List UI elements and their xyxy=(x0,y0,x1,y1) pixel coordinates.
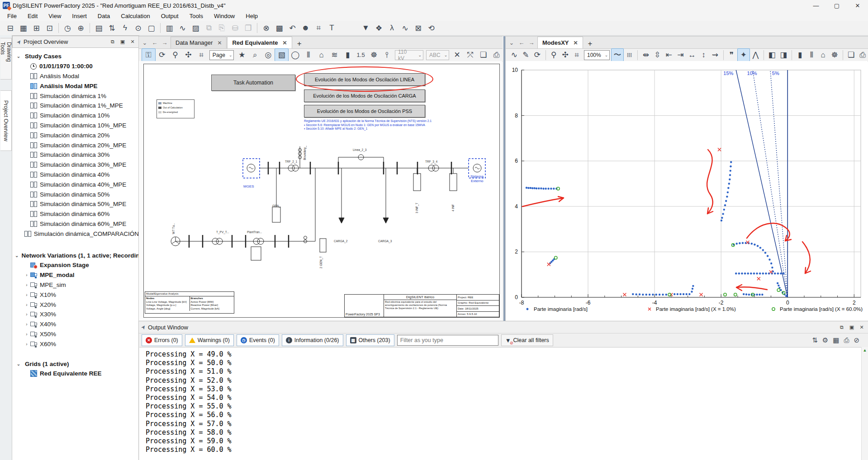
dark-mode-icon[interactable]: ▮ xyxy=(341,49,354,61)
phase-select[interactable]: ABC⌄ xyxy=(426,50,449,60)
export-graphic-icon[interactable]: ❏ xyxy=(845,49,857,61)
tree-item[interactable]: Simulación dinámica 30% xyxy=(15,150,139,160)
sort-icon[interactable]: ⇅ xyxy=(812,336,818,344)
tab-forward-icon[interactable]: → xyxy=(526,39,536,46)
page-select[interactable]: Page⌄ xyxy=(209,50,234,60)
modes-chart[interactable]: -8-6-4-202024681015%10%5%Parte imaginari… xyxy=(506,61,868,320)
lasso-icon[interactable]: ◯ xyxy=(289,49,302,61)
evo-pss-button[interactable]: Evolución de los Modos de Oscilación PSS xyxy=(304,105,425,117)
float-panel-icon[interactable]: ⧉ xyxy=(109,38,117,46)
zoom-all-icon[interactable]: ⌗ xyxy=(312,22,325,34)
voltage-select[interactable]: 110 kV⌄ xyxy=(395,50,423,60)
add-plot-icon[interactable]: ∿ xyxy=(508,49,520,61)
compress-h-icon[interactable]: ⇤ xyxy=(663,49,675,61)
tab-forward-icon[interactable]: → xyxy=(160,39,170,46)
filter-info-button[interactable]: iInformation (0/26) xyxy=(282,334,343,346)
dark-mode-icon[interactable]: ▮ xyxy=(794,49,806,61)
menu-data[interactable]: Data xyxy=(92,12,115,20)
reset-calculation-icon[interactable]: ⊗ xyxy=(260,22,273,34)
task-automation-button[interactable]: Task Automation xyxy=(211,75,295,91)
menu-window[interactable]: Window xyxy=(209,12,240,20)
column-left-icon[interactable]: ◧ xyxy=(766,49,778,61)
tree-item[interactable]: Simulación dinámica 50%_MPE xyxy=(15,199,139,209)
expand-icon[interactable]: › xyxy=(23,292,30,297)
recorder-icon[interactable]: ⧉ xyxy=(202,22,215,34)
compress-v-icon[interactable]: ⇥ xyxy=(675,49,687,61)
menu-insert[interactable]: Insert xyxy=(66,12,92,20)
tab-close-icon[interactable]: ✕ xyxy=(217,40,222,46)
tree-item[interactable]: Simulación dinámica 40% xyxy=(15,170,139,180)
output-log[interactable]: Processing X = 49.0 %Processing X = 50.0… xyxy=(139,347,868,460)
tree-item[interactable]: Expansion Stage xyxy=(15,260,139,270)
data-manager-icon[interactable]: ▦ xyxy=(17,22,30,34)
tree-item[interactable]: Análisis Modal MPE xyxy=(15,81,139,91)
column-right-icon[interactable]: ◨ xyxy=(778,49,790,61)
collapse-icon[interactable]: ⌄ xyxy=(15,54,22,59)
network-model-manager-icon[interactable]: ⊞ xyxy=(30,22,43,34)
filter-warning-button[interactable]: Warnings (0) xyxy=(185,334,234,346)
tree-item[interactable]: Simulación dinámica 1%_MPE xyxy=(15,101,139,111)
tree-item[interactable]: ›MPE_modal xyxy=(15,270,139,280)
output-window-icon[interactable]: ⊟ xyxy=(4,22,17,34)
tree-item[interactable]: ›X20% xyxy=(15,300,139,310)
script-icon[interactable]: ▢ xyxy=(145,22,158,34)
tree-item[interactable]: Simulación dinámica 10%_MPE xyxy=(15,121,139,131)
tree-item[interactable]: Simulación dinámica 20%_MPE xyxy=(15,140,139,150)
tree-item[interactable]: ›X10% xyxy=(15,290,139,300)
auto-scale-icon[interactable]: ⇝ xyxy=(709,49,721,61)
tree-item[interactable]: 01/01/1970 1:00:00 xyxy=(15,61,139,71)
close-button[interactable]: ✕ xyxy=(847,0,868,11)
tree-item[interactable]: Simulación dinámica 60%_MPE xyxy=(15,219,139,229)
waveform-icon[interactable]: 𝍖 xyxy=(624,49,636,61)
expand-icon[interactable]: › xyxy=(23,282,30,287)
trigger-icon[interactable]: ⊕ xyxy=(74,22,87,34)
scale-15-icon[interactable]: 1.5 xyxy=(354,49,367,61)
filter-icon[interactable]: ▼ xyxy=(359,22,372,34)
palette-icon[interactable]: ☸ xyxy=(367,49,380,61)
menu-file[interactable]: File xyxy=(2,12,22,20)
minimize-button[interactable]: — xyxy=(806,0,826,11)
menu-edit[interactable]: Edit xyxy=(22,12,43,20)
float-panel-icon[interactable]: ⧉ xyxy=(838,324,846,331)
refresh-icon[interactable]: ⟳ xyxy=(531,49,543,61)
tree-item[interactable]: ›X50% xyxy=(15,329,139,339)
date-time-icon[interactable]: ◷ xyxy=(61,22,74,34)
dock-panel-icon[interactable]: ▣ xyxy=(119,38,127,46)
menu-help[interactable]: Help xyxy=(240,12,263,20)
diagram-canvas[interactable]: Task Automation Evolución de los Modos d… xyxy=(139,61,502,320)
back-circle-icon[interactable]: ⟲ xyxy=(425,22,438,34)
study-case-manager-icon[interactable]: ⊡ xyxy=(43,22,56,34)
undo-icon[interactable]: ↶ xyxy=(286,22,299,34)
edit-relevant-objects-icon[interactable]: ▤ xyxy=(92,22,105,34)
expand-icon[interactable]: › xyxy=(23,332,30,337)
expand-icon[interactable]: › xyxy=(23,272,30,277)
text-tool-icon[interactable]: T xyxy=(325,22,338,34)
dock-panel-icon[interactable]: ▣ xyxy=(848,324,856,331)
close-panel-icon[interactable]: ✕ xyxy=(128,38,137,46)
tree-item[interactable]: Simulación dinámica 10% xyxy=(15,111,139,121)
close-panel-icon[interactable]: ✕ xyxy=(858,324,866,331)
bookmark-icon[interactable]: ★ xyxy=(235,49,248,61)
pan-icon[interactable]: ✣ xyxy=(182,49,195,61)
comment-icon[interactable]: ❞ xyxy=(726,49,738,61)
save-data-icon[interactable]: ❐ xyxy=(242,22,255,34)
scroll-up-icon[interactable]: ▲ xyxy=(862,348,868,352)
substation-icon[interactable]: ⌂ xyxy=(315,49,328,61)
export-graphic-icon[interactable]: ❏ xyxy=(477,49,490,61)
tab-close-icon[interactable]: ✕ xyxy=(574,40,578,46)
thermo-icon[interactable]: ⫯ xyxy=(380,49,394,61)
tree-section-1[interactable]: ⌄Network Variations (1, 1 active; Record… xyxy=(15,250,139,260)
curve-style-icon[interactable]: 〜 xyxy=(611,48,624,61)
edit-plot-icon[interactable]: ✎ xyxy=(520,49,532,61)
save-output-icon[interactable]: ▦ xyxy=(833,336,839,344)
filter-other-button[interactable]: ▤Others (203) xyxy=(346,334,394,346)
tree-item[interactable]: Análisis Modal xyxy=(15,71,139,81)
characteristic-icon[interactable]: ∿ xyxy=(398,22,412,34)
print-icon[interactable]: ⎙ xyxy=(857,49,868,61)
tree-item[interactable]: Simulación dinámica 40%_MPE xyxy=(15,179,139,189)
branch-tool-icon[interactable]: ⤱ xyxy=(464,49,477,61)
expand-icon[interactable]: › xyxy=(23,312,30,317)
tab-close-icon[interactable]: ✕ xyxy=(283,40,287,46)
user-icon[interactable]: ☻ xyxy=(299,22,312,34)
select-icon[interactable]: ▧ xyxy=(275,48,289,61)
